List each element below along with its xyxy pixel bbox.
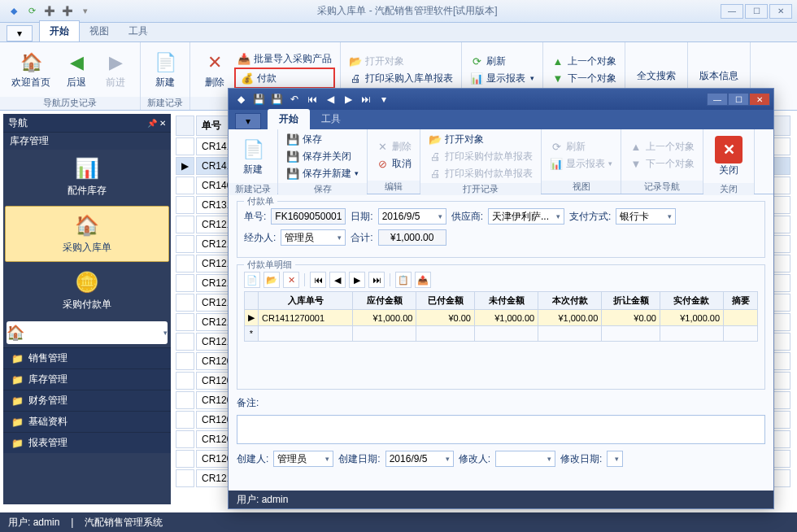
- fulltext-search-button[interactable]: 全文搜索: [630, 68, 682, 85]
- tab-tools[interactable]: 工具: [119, 21, 158, 41]
- detail-next-button[interactable]: ▶: [349, 272, 365, 288]
- dlg-save-close-button[interactable]: 💾保存并关闭: [283, 148, 362, 164]
- close-x-icon: ✕: [715, 136, 743, 164]
- prev-object-button[interactable]: ▲上一个对象: [548, 53, 620, 69]
- save-close-icon[interactable]: 💾: [269, 92, 284, 107]
- dialog-titlebar[interactable]: ◆ 💾 💾 ↶ ⏮ ◀ ▶ ⏭ ▾ — ☐ ✕: [229, 89, 773, 110]
- save-icon[interactable]: 💾: [251, 92, 266, 107]
- undo-icon[interactable]: ↶: [287, 92, 302, 107]
- nav-add-button[interactable]: 🏠 ▾: [7, 321, 168, 344]
- main-status-bar: 用户: admin | 汽配销售管理系统: [0, 512, 797, 532]
- refresh-button[interactable]: ⟳刷新: [467, 53, 538, 69]
- nav-folder-sales[interactable]: 📁销售管理: [3, 347, 171, 368]
- dialog-close-button[interactable]: ✕: [749, 93, 770, 106]
- detail-open-button[interactable]: 📂: [263, 272, 280, 288]
- dlg-show-report-button: 📊显示报表▾: [547, 155, 616, 172]
- paymethod-label: 支付方式:: [569, 210, 611, 224]
- open-object-button: 📂打开对象: [346, 53, 456, 69]
- date-field[interactable]: 2016/9/5: [378, 208, 446, 225]
- pin-icon[interactable]: 📌 ✕: [147, 119, 166, 128]
- nav-folder-basedata[interactable]: 📁基础资料: [3, 411, 171, 432]
- show-report-button[interactable]: 📊显示报表▾: [467, 70, 538, 86]
- supplier-field[interactable]: 天津伊利萨...: [488, 208, 564, 225]
- print-icon: 🖨: [429, 150, 442, 163]
- nav-header: 导航 📌 ✕: [3, 114, 171, 132]
- create-date-field[interactable]: 2016/9/5: [385, 451, 454, 467]
- create-date-label: 创建日期:: [338, 452, 380, 466]
- plus-icon[interactable]: ➕: [43, 5, 56, 18]
- new-doc-icon: 📄: [240, 137, 266, 163]
- file-menu-dropdown[interactable]: ▾: [7, 25, 33, 41]
- nav-folder-finance[interactable]: 📁财务管理: [3, 390, 171, 411]
- detail-new-button[interactable]: 📄: [244, 272, 260, 288]
- detail-grid[interactable]: 入库单号 应付金额 已付金额 未付金额 本次付款 折让金额 实付金款 摘要 ▶ …: [244, 291, 758, 342]
- back-button[interactable]: ◀后退: [57, 45, 96, 95]
- nav-parts-stock[interactable]: 📊 配件库存: [3, 150, 171, 204]
- dialog-tab-start[interactable]: 开始: [268, 109, 310, 129]
- dialog-minimize-button[interactable]: —: [707, 93, 728, 106]
- nav-first-icon[interactable]: ⏮: [305, 92, 320, 107]
- nav-folder-inventory[interactable]: 📁库存管理: [3, 368, 171, 390]
- open-icon: 📂: [349, 55, 362, 68]
- detail-toolbar: 📄 📂 ✕ ⏮ ◀ ▶ ⏭ 📋 📤: [244, 272, 758, 288]
- modifier-field[interactable]: [495, 451, 555, 467]
- tab-start[interactable]: 开始: [39, 20, 80, 41]
- remark-textarea[interactable]: [237, 415, 765, 444]
- batch-import-button[interactable]: 📥批量导入采购产品: [234, 50, 335, 67]
- forward-icon: ▶: [102, 50, 128, 76]
- maximize-button[interactable]: ☐: [745, 4, 768, 19]
- detail-copy-button[interactable]: 📋: [395, 272, 412, 288]
- chart-icon: 📊: [72, 156, 102, 181]
- nav-purchase-payment[interactable]: 🪙 采购付款单: [3, 264, 171, 318]
- welcome-button[interactable]: 🏠欢迎首页: [5, 45, 57, 95]
- dlg-save-button[interactable]: 💾保存: [283, 131, 362, 147]
- detail-export-button[interactable]: 📤: [415, 272, 431, 288]
- dialog-file-dropdown[interactable]: ▾: [235, 113, 261, 129]
- nav-folder-reports[interactable]: 📁报表管理: [3, 432, 171, 453]
- creator-field[interactable]: 管理员: [273, 451, 333, 467]
- dialog-tabs: ▾ 开始 工具: [229, 110, 773, 129]
- nav-purchase-inbound[interactable]: 🏠 采购入库单: [5, 206, 169, 262]
- modify-date-field[interactable]: [607, 451, 623, 467]
- detail-new-row[interactable]: *: [245, 326, 758, 342]
- paymethod-field[interactable]: 银行卡: [616, 208, 676, 225]
- nav-last-icon[interactable]: ⏭: [359, 92, 373, 107]
- nav-history-group-label: 导航历史记录: [0, 97, 140, 110]
- dropdown-icon[interactable]: ▾: [79, 5, 92, 18]
- next-object-button[interactable]: ▼下一个对象: [548, 70, 620, 86]
- refresh-icon[interactable]: ⟳: [25, 5, 38, 18]
- nav-section-inventory[interactable]: 库存管理: [3, 132, 171, 150]
- new-button[interactable]: 📄新建: [146, 45, 185, 95]
- dlg-open-object-button[interactable]: 📂打开对象: [425, 131, 536, 147]
- remark-label: 备注:: [237, 396, 259, 410]
- dialog-tab-tools[interactable]: 工具: [310, 109, 352, 129]
- no-label: 单号:: [244, 210, 266, 224]
- version-info-button[interactable]: 版本信息: [693, 68, 745, 85]
- dropdown-icon[interactable]: ▾: [377, 92, 391, 107]
- operator-field[interactable]: 管理员: [281, 229, 346, 246]
- plus-icon-2[interactable]: ➕: [61, 5, 74, 18]
- detail-row[interactable]: ▶ CR1411270001 ¥1,000.00 ¥0.00 ¥1,000.00…: [245, 310, 758, 326]
- dlg-cancel-button[interactable]: ⊘取消: [372, 155, 415, 172]
- detail-first-button[interactable]: ⏮: [310, 272, 326, 288]
- print-inbound-button[interactable]: 🖨打印采购入库单报表: [346, 70, 456, 86]
- detail-last-button[interactable]: ⏭: [368, 272, 385, 288]
- dlg-save-new-button[interactable]: 💾保存并新建▾: [283, 165, 362, 181]
- no-field: FK1609050001: [271, 208, 346, 225]
- detail-prev-button[interactable]: ◀: [329, 272, 346, 288]
- folder-icon: 📁: [11, 438, 24, 449]
- close-button[interactable]: ✕: [769, 4, 792, 19]
- nav-prev-icon[interactable]: ◀: [323, 92, 338, 107]
- minimize-button[interactable]: —: [721, 4, 743, 19]
- pay-button[interactable]: 💰付款: [237, 70, 332, 86]
- date-label: 日期:: [351, 210, 372, 224]
- dialog-maximize-button[interactable]: ☐: [728, 93, 749, 106]
- nav-next-icon[interactable]: ▶: [341, 92, 355, 107]
- forward-button: ▶前进: [96, 45, 135, 95]
- dlg-close-button[interactable]: ✕关闭: [708, 131, 749, 181]
- tab-view[interactable]: 视图: [80, 21, 119, 41]
- main-titlebar: ◆ ⟳ ➕ ➕ ▾ 采购入库单 - 汽配销售管理软件[试用版本] — ☐ ✕: [0, 0, 797, 23]
- up-arrow-icon: ▲: [551, 55, 564, 68]
- dlg-new-button[interactable]: 📄新建: [233, 131, 272, 181]
- detail-delete-button[interactable]: ✕: [283, 272, 299, 288]
